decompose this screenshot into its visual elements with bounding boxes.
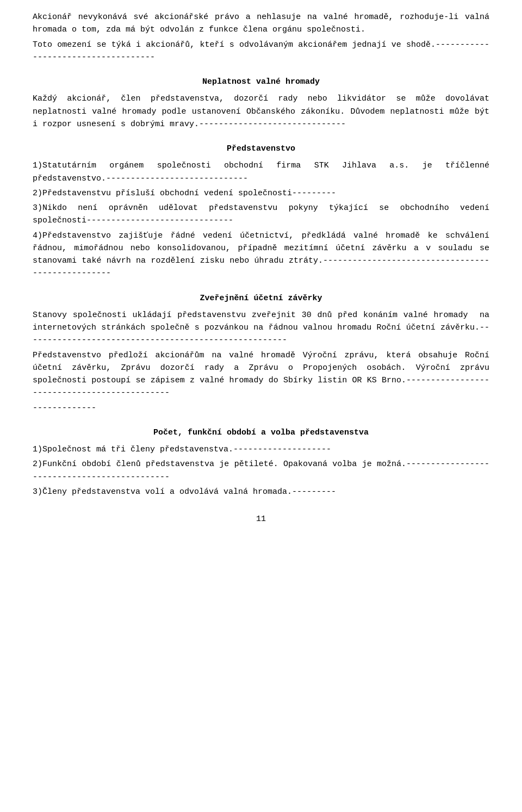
heading-pocet: Počet, funkční období a volba představen… [33,426,489,439]
page-container: Akcionář nevykonává své akcionářské práv… [0,0,522,812]
paragraph-4: 1)Statutárním orgánem společnosti obchod… [33,159,489,185]
paragraph-11: 2)Funkční období členů představenstva je… [33,458,489,484]
paragraph-3: Každý akcionář, člen představenstva, doz… [33,92,489,131]
paragraph-6: 3)Nikdo není oprávněn udělovat představe… [33,202,489,227]
page-number: 11 [33,515,489,524]
paragraph-5: 2)Představenstvu přísluší obchodní veden… [33,187,489,200]
paragraph-12: 3)Členy představenstva volí a odvolává v… [33,486,489,498]
paragraph-8: Stanovy společnosti ukládají představens… [33,309,489,347]
heading-zverejneni: Zveřejnění účetní závěrky [33,292,489,305]
paragraph-2: Toto omezení se týká i akcionářů, kteří … [33,39,489,64]
main-content: Akcionář nevykonává své akcionářské práv… [33,11,489,498]
paragraph-1: Akcionář nevykonává své akcionářské práv… [33,11,489,36]
heading-neplatnost: Neplatnost valné hromady [33,76,489,88]
paragraph-9b: ------------- [33,402,489,414]
paragraph-9: Představenstvo předloží akcionářům na va… [33,349,489,400]
paragraph-7: 4)Představenstvo zajišťuje řádné vedení … [33,230,489,280]
paragraph-10: 1)Společnost má tři členy představenstva… [33,443,489,456]
heading-predstavenstvo: Představenstvo [33,142,489,155]
